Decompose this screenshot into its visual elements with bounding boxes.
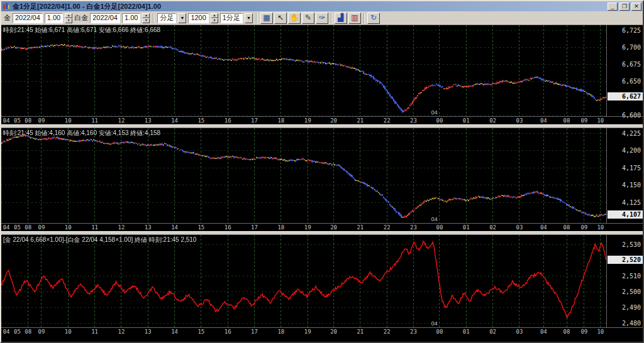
x-tick-label: 19 bbox=[304, 224, 311, 231]
x-tick-label: 17 bbox=[251, 117, 258, 124]
x-tick-label: 02 bbox=[489, 329, 496, 335]
platinum-contract-field[interactable]: 2022/04 bbox=[90, 13, 120, 23]
spread-chart-canvas[interactable] bbox=[1, 235, 606, 327]
y-tick-label: 6,675 bbox=[622, 61, 641, 68]
spread-x-axis: 0405080910111213141516171819202122230001… bbox=[1, 327, 643, 335]
bar-count-field[interactable]: 1200 bbox=[188, 13, 208, 23]
x-tick-label: 21 bbox=[357, 117, 364, 124]
refresh-icon[interactable]: ↻ bbox=[367, 13, 380, 24]
x-tick-label: 05 bbox=[14, 329, 21, 335]
x-tick-label: 21 bbox=[357, 329, 364, 335]
x-tick-label: 01 bbox=[463, 117, 470, 124]
x-tick-label: 17 bbox=[251, 329, 258, 335]
x-tick-label: 09 bbox=[38, 117, 45, 124]
toolbar-separator bbox=[153, 13, 154, 23]
pencil-icon[interactable]: ✎ bbox=[302, 13, 314, 24]
x-tick-label: 23 bbox=[410, 117, 417, 124]
bar-type-dropdown-button[interactable]: ▼ bbox=[178, 13, 186, 23]
restore-button[interactable]: ❐ bbox=[619, 3, 630, 11]
x-tick-label: 08 bbox=[564, 329, 570, 335]
bar-type-field[interactable]: 分足 bbox=[157, 13, 176, 23]
platinum-chart-canvas[interactable] bbox=[1, 128, 606, 223]
x-tick-label: 11 bbox=[91, 224, 98, 231]
x-tick-label: 10 bbox=[65, 224, 72, 231]
x-tick-label: 11 bbox=[91, 329, 98, 335]
hand-icon[interactable]: ✋ bbox=[288, 13, 301, 24]
x-tick-label: 09 bbox=[580, 117, 587, 124]
date-label: 04 bbox=[431, 320, 438, 327]
y-tick-label: 6,700 bbox=[622, 44, 641, 51]
chart-grid-icon[interactable]: ▦ bbox=[260, 13, 273, 24]
interval-dropdown-button[interactable]: ▼ bbox=[245, 13, 253, 23]
candle-chart-icon[interactable]: ▥ bbox=[348, 13, 361, 24]
x-tick-label: 08 bbox=[25, 224, 31, 231]
x-tick-label: 14 bbox=[171, 329, 178, 335]
x-tick-label: 18 bbox=[277, 224, 284, 231]
y-tick-label: 2,480 bbox=[622, 320, 641, 327]
platinum-multiplier-field[interactable]: 1.00 bbox=[122, 13, 140, 23]
x-tick-label: 14 bbox=[171, 117, 178, 124]
x-tick-label: 03 bbox=[516, 117, 523, 124]
x-tick-label: 04 bbox=[3, 329, 10, 335]
current-price-badge: 6,627 bbox=[608, 92, 643, 101]
gold-info-text: 時刻:21:45 始値:6,671 高値:6,671 安値:6,666 終値:6… bbox=[3, 26, 160, 35]
platinum-panel: 時刻:21:45 始値:4,160 高値:4,160 安値:4,153 終値:4… bbox=[1, 128, 643, 231]
x-tick-label: 03 bbox=[516, 224, 523, 231]
spin-down-button[interactable]: ▼ bbox=[142, 18, 150, 23]
x-tick-label: 15 bbox=[197, 224, 204, 231]
x-tick-label: 15 bbox=[197, 117, 204, 124]
x-tick-label: 13 bbox=[145, 329, 152, 335]
pen-icon[interactable]: ✑ bbox=[316, 13, 328, 24]
spin-up-button[interactable]: ▲ bbox=[65, 13, 72, 18]
x-tick-label: 03 bbox=[516, 329, 523, 335]
x-tick-label: 05 bbox=[14, 117, 21, 124]
x-tick-label: 04 bbox=[3, 224, 10, 231]
gold-y-axis: 6,7256,7006,6756,6506,6006,627 bbox=[606, 25, 643, 116]
spin-up-button[interactable]: ▲ bbox=[142, 13, 150, 18]
close-button[interactable]: ✕ bbox=[631, 3, 641, 11]
x-tick-label: 11 bbox=[91, 117, 98, 124]
app-window: 金1分足[2022/04]1.00 - 白金1分足[2022/04]1.00 _… bbox=[0, 0, 644, 343]
x-tick-label: 10 bbox=[597, 224, 604, 231]
bar-chart-icon[interactable]: ▟ bbox=[335, 13, 347, 24]
y-tick-label: 2,490 bbox=[622, 304, 641, 311]
cursor-icon[interactable]: ↖ bbox=[274, 13, 287, 24]
y-tick-label: 4,150 bbox=[622, 182, 641, 188]
x-tick-label: 14 bbox=[171, 224, 178, 231]
title-bar[interactable]: 金1分足[2022/04]1.00 - 白金1分足[2022/04]1.00 _… bbox=[1, 1, 643, 11]
gold-panel: 時刻:21:45 始値:6,671 高値:6,671 安値:6,666 終値:6… bbox=[1, 25, 643, 124]
date-label: 04 bbox=[431, 216, 438, 222]
interval-field[interactable]: 1分足 bbox=[220, 13, 243, 23]
gold-chart-canvas[interactable] bbox=[1, 25, 606, 116]
x-tick-label: 10 bbox=[65, 117, 72, 124]
x-tick-label: 08 bbox=[25, 329, 31, 335]
y-tick-label: 6,600 bbox=[622, 112, 641, 119]
spin-down-button[interactable]: ▼ bbox=[211, 18, 218, 23]
x-tick-label: 13 bbox=[145, 117, 152, 124]
toolbar-icon-group: ▦↖✋✎✑▟▥↻ bbox=[260, 13, 380, 24]
gold-multiplier-field[interactable]: 1.00 bbox=[45, 13, 63, 23]
x-tick-label: 18 bbox=[277, 329, 284, 335]
spin-up-button[interactable]: ▲ bbox=[211, 13, 218, 18]
platinum-multiplier-spinner: ▲ ▼ bbox=[142, 13, 150, 23]
x-tick-label: 00 bbox=[436, 224, 443, 231]
y-tick-label: 2,500 bbox=[622, 288, 641, 295]
x-tick-label: 10 bbox=[597, 329, 604, 335]
y-tick-label: 2,530 bbox=[622, 241, 641, 248]
y-tick-label: 4,175 bbox=[622, 165, 641, 172]
x-tick-label: 01 bbox=[463, 329, 470, 335]
x-tick-label: 12 bbox=[118, 224, 125, 231]
x-tick-label: 04 bbox=[540, 224, 547, 231]
spin-down-button[interactable]: ▼ bbox=[65, 18, 72, 23]
gold-contract-field[interactable]: 2022/04 bbox=[13, 13, 43, 23]
x-tick-label: 04 bbox=[540, 329, 547, 335]
x-tick-label: 09 bbox=[38, 224, 45, 231]
minimize-button[interactable]: _ bbox=[608, 3, 618, 11]
x-tick-label: 09 bbox=[580, 329, 587, 335]
x-tick-label: 20 bbox=[330, 329, 337, 335]
chart-area: 時刻:21:45 始値:6,671 高値:6,671 安値:6,666 終値:6… bbox=[1, 25, 643, 342]
x-tick-label: 08 bbox=[564, 224, 570, 231]
x-tick-label: 20 bbox=[330, 224, 337, 231]
x-tick-label: 19 bbox=[304, 329, 311, 335]
x-tick-label: 20 bbox=[330, 117, 337, 124]
